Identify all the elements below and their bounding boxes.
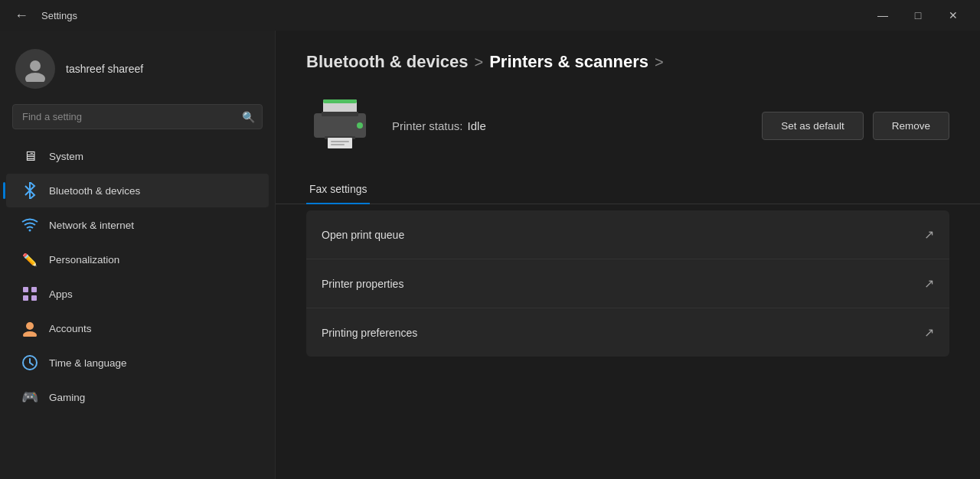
gaming-icon: 🎮 (21, 389, 38, 406)
tabs-bar: Fax settings (276, 174, 980, 204)
sidebar-item-personalization[interactable]: ✏️ Personalization (6, 243, 269, 276)
svg-point-8 (23, 331, 37, 337)
settings-item-printing-preferences[interactable]: Printing preferences ↗ (306, 308, 949, 357)
printer-status-label: Printer status: (392, 119, 463, 132)
breadcrumb-arrow: > (655, 54, 664, 71)
printer-icon (306, 95, 374, 156)
settings-list: Open print queue ↗ Printer properties ↗ … (276, 210, 980, 357)
svg-rect-18 (331, 144, 345, 145)
sidebar-label-system: System (49, 151, 83, 162)
settings-item-open-print-queue[interactable]: Open print queue ↗ (306, 210, 949, 259)
sidebar-item-accounts[interactable]: Accounts (6, 311, 269, 345)
sidebar-item-system[interactable]: 🖥 System (6, 139, 269, 173)
svg-rect-13 (322, 112, 358, 116)
svg-point-0 (30, 60, 41, 71)
sidebar: tashreef shareef 🔍 🖥 System Bluetooth & … (0, 31, 276, 479)
sidebar-label-apps: Apps (49, 288, 73, 300)
svg-rect-4 (31, 287, 37, 292)
minimize-button[interactable]: — (865, 3, 900, 28)
sidebar-label-network: Network & internet (49, 220, 134, 231)
sidebar-item-bluetooth[interactable]: Bluetooth & devices (6, 174, 269, 207)
printing-preferences-label: Printing preferences (322, 327, 417, 339)
system-icon: 🖥 (21, 148, 38, 165)
svg-rect-17 (331, 141, 349, 142)
breadcrumb-printers: Printers & scanners (489, 52, 648, 72)
svg-point-14 (357, 122, 363, 129)
sidebar-item-apps[interactable]: Apps (6, 277, 269, 311)
breadcrumb: Bluetooth & devices > Printers & scanner… (276, 31, 980, 87)
svg-rect-3 (23, 287, 28, 292)
printer-properties-label: Printer properties (322, 278, 403, 290)
close-button[interactable]: ✕ (936, 3, 971, 28)
username: tashreef shareef (66, 63, 143, 75)
printer-status-value: Idle (468, 119, 486, 132)
sidebar-item-gaming[interactable]: 🎮 Gaming (6, 380, 269, 414)
svg-rect-16 (328, 138, 352, 148)
personalization-icon: ✏️ (21, 251, 38, 268)
external-link-icon-3: ↗ (924, 325, 934, 340)
sidebar-item-time[interactable]: Time & language (6, 346, 269, 380)
svg-point-1 (25, 73, 45, 82)
titlebar-left: ← Settings (9, 3, 77, 28)
svg-point-2 (29, 230, 31, 232)
remove-button[interactable]: Remove (873, 112, 949, 140)
settings-item-printer-properties[interactable]: Printer properties ↗ (306, 259, 949, 308)
apps-icon (21, 285, 38, 302)
avatar (15, 49, 55, 89)
titlebar-controls: — □ ✕ (865, 3, 971, 28)
titlebar: ← Settings — □ ✕ (0, 0, 980, 31)
sidebar-label-bluetooth: Bluetooth & devices (49, 185, 140, 197)
nav-list: 🖥 System Bluetooth & devices (0, 138, 275, 479)
external-link-icon-2: ↗ (924, 276, 934, 291)
main-content: Bluetooth & devices > Printers & scanner… (276, 31, 980, 479)
open-print-queue-label: Open print queue (322, 229, 404, 241)
sidebar-item-network[interactable]: Network & internet (6, 208, 269, 242)
search-box: 🔍 (12, 104, 263, 129)
svg-rect-5 (23, 295, 28, 301)
sidebar-label-gaming: Gaming (49, 392, 85, 403)
app-title: Settings (41, 10, 77, 21)
sidebar-label-time: Time & language (49, 357, 127, 369)
breadcrumb-separator: > (474, 54, 483, 71)
time-icon (21, 354, 38, 371)
network-icon (21, 217, 38, 233)
sidebar-label-personalization: Personalization (49, 254, 119, 266)
set-default-button[interactable]: Set as default (762, 112, 864, 140)
search-icon: 🔍 (242, 111, 255, 123)
sidebar-label-accounts: Accounts (49, 323, 92, 334)
app-layout: tashreef shareef 🔍 🖥 System Bluetooth & … (0, 31, 980, 479)
user-section: tashreef shareef (0, 31, 275, 104)
svg-rect-6 (31, 295, 37, 301)
svg-rect-11 (323, 99, 357, 103)
accounts-icon (21, 320, 38, 337)
maximize-button[interactable]: □ (900, 3, 936, 28)
search-input[interactable] (12, 104, 263, 129)
breadcrumb-bluetooth[interactable]: Bluetooth & devices (306, 52, 468, 72)
bluetooth-icon (21, 182, 38, 199)
printer-actions: Set as default Remove (762, 112, 949, 140)
back-button[interactable]: ← (9, 3, 34, 28)
external-link-icon-1: ↗ (924, 227, 934, 242)
printer-header: Printer status: Idle Set as default Remo… (276, 87, 980, 174)
tab-fax-settings[interactable]: Fax settings (306, 175, 370, 204)
svg-point-7 (26, 322, 34, 330)
printer-status: Printer status: Idle (392, 119, 486, 132)
